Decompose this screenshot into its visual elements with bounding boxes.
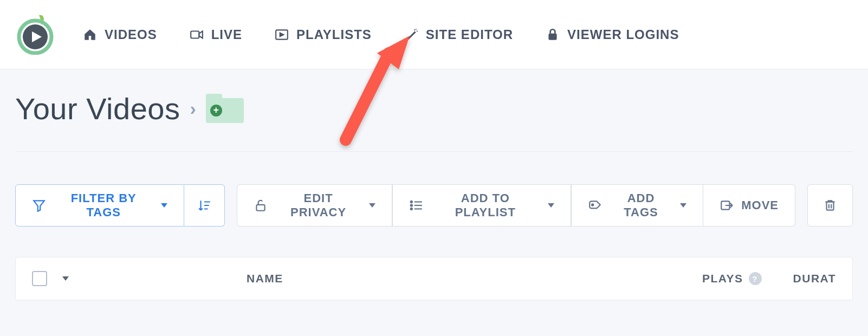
column-duration[interactable]: DURAT [793,272,836,285]
svg-rect-14 [827,202,834,210]
tag-icon [588,198,602,212]
breadcrumb: Your Videos › + [15,91,853,126]
nav-live[interactable]: LIVE [190,27,242,42]
nav-videos[interactable]: VIDEOS [83,27,157,42]
svg-rect-3 [191,31,199,38]
svg-point-10 [410,204,412,206]
filter-by-tags-button[interactable]: FILTER BY TAGS [15,184,184,227]
filter-icon [32,198,46,212]
svg-point-9 [410,201,412,203]
filter-group: FILTER BY TAGS [15,184,225,227]
main-nav: VIDEOS LIVE PLAYLISTS SITE EDITOR VIEWER… [83,27,679,42]
toolbar: FILTER BY TAGS EDIT PRIVACY [15,184,853,227]
wand-icon [404,28,418,42]
button-label: ADD TAGS [610,191,672,219]
column-label: PLAYS [702,272,743,285]
svg-point-12 [592,204,593,205]
camera-icon [190,28,204,42]
svg-rect-8 [257,205,265,211]
chevron-right-icon: › [190,98,196,119]
list-icon [409,198,423,212]
home-icon [83,28,97,42]
caret-down-icon [548,203,554,208]
caret-down-icon [369,203,375,208]
table-header: NAME PLAYS ? DURAT [16,257,852,300]
move-icon [720,198,734,212]
lock-icon [546,28,560,42]
plus-icon: + [210,105,222,117]
playlist-icon [275,28,289,42]
topbar: VIDEOS LIVE PLAYLISTS SITE EDITOR VIEWER… [0,0,868,69]
nav-label: VIEWER LOGINS [567,27,679,42]
edit-privacy-button[interactable]: EDIT PRIVACY [237,184,392,227]
nav-label: VIDEOS [105,27,157,42]
video-table: NAME PLAYS ? DURAT [15,257,853,300]
nav-playlists[interactable]: PLAYLISTS [275,27,372,42]
nav-viewer-logins[interactable]: VIEWER LOGINS [546,27,679,42]
button-label: ADD TO PLAYLIST [431,191,540,219]
select-all-caret[interactable] [62,276,69,281]
svg-point-11 [410,208,412,210]
column-name[interactable]: NAME [247,272,283,285]
nav-label: LIVE [211,27,242,42]
add-tags-button[interactable]: ADD TAGS [571,184,703,227]
svg-rect-6 [549,33,557,40]
column-plays[interactable]: PLAYS ? [702,272,762,285]
delete-button[interactable] [807,184,853,227]
nav-site-editor[interactable]: SITE EDITOR [404,27,513,42]
svg-marker-5 [280,33,284,36]
divider [15,151,853,152]
caret-down-icon [680,203,686,208]
add-to-playlist-button[interactable]: ADD TO PLAYLIST [392,184,571,227]
lock-open-icon [254,198,268,212]
nav-label: PLAYLISTS [296,27,372,42]
sort-icon [197,198,211,212]
sort-button[interactable] [184,184,225,227]
button-label: EDIT PRIVACY [275,191,361,219]
button-label: FILTER BY TAGS [54,191,153,219]
button-label: MOVE [741,198,779,212]
move-button[interactable]: MOVE [703,184,795,227]
nav-label: SITE EDITOR [426,27,513,42]
page-title: Your Videos [15,91,180,126]
select-all-checkbox[interactable] [32,271,47,286]
help-icon[interactable]: ? [749,272,762,285]
trash-icon [823,198,837,212]
action-group: EDIT PRIVACY ADD TO PLAYLIST ADD TAGS [237,184,795,227]
page-body: Your Videos › + FILTER BY TAGS [0,69,868,336]
caret-down-icon [161,203,167,208]
new-folder-button[interactable]: + [206,94,244,124]
logo[interactable] [15,14,56,55]
